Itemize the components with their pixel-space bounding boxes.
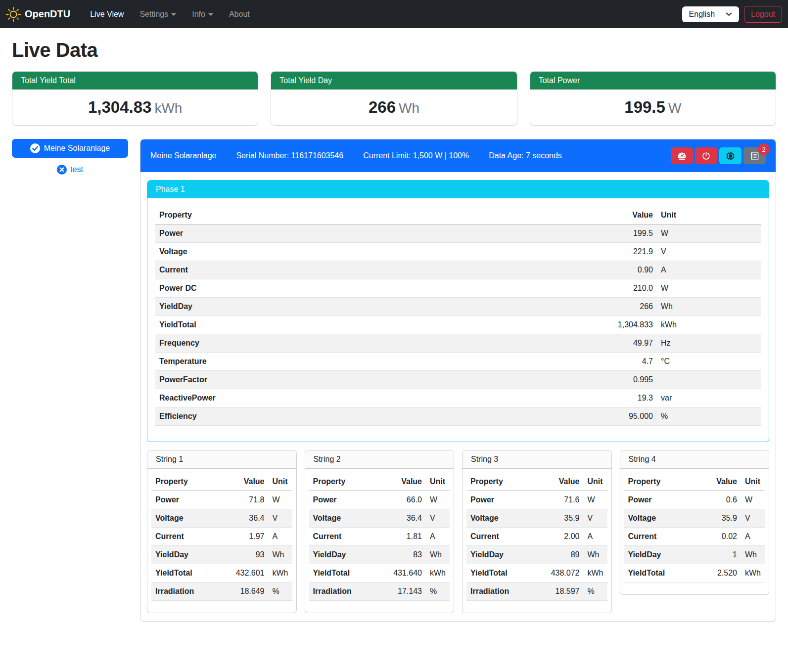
table-row: Voltage 35.9 V bbox=[624, 509, 765, 528]
row-unit: A bbox=[741, 528, 765, 546]
chevron-down-icon bbox=[171, 13, 176, 16]
brand[interactable]: OpenDTU bbox=[6, 7, 70, 22]
table-row: Power 66.0 W bbox=[309, 491, 450, 509]
string-2-table: Property Value Unit Power 66.0 W Voltage… bbox=[309, 473, 450, 601]
inverter-serial: Serial Number: 116171603546 bbox=[236, 151, 343, 160]
row-property: Current bbox=[151, 528, 224, 546]
table-row: YieldTotal 1,304.833 kWh bbox=[155, 316, 761, 334]
row-unit: W bbox=[657, 279, 761, 298]
chevron-down-icon bbox=[208, 13, 213, 16]
card-title: Total Yield Total bbox=[12, 72, 258, 90]
row-value: 35.9 bbox=[696, 509, 741, 528]
string-1-card: String 1 Property Value Unit bbox=[147, 450, 297, 613]
column-header-unit: Unit bbox=[657, 206, 761, 224]
row-unit: Wh bbox=[426, 546, 450, 564]
row-property: YieldDay bbox=[624, 546, 697, 564]
nav-item-about[interactable]: About bbox=[223, 6, 256, 23]
row-property: Voltage bbox=[151, 509, 224, 528]
check-circle-icon bbox=[30, 143, 40, 153]
row-property: Temperature bbox=[155, 353, 456, 371]
row-value: 71.6 bbox=[539, 491, 584, 509]
device-info-button[interactable] bbox=[719, 147, 742, 164]
inverter-data-age: Data Age: 7 seconds bbox=[489, 151, 562, 160]
row-unit: V bbox=[426, 509, 450, 528]
string-4-title: String 4 bbox=[620, 450, 769, 469]
x-circle-icon bbox=[57, 165, 67, 175]
table-row: Current 2.00 A bbox=[466, 528, 607, 546]
table-row: Temperature 4.7 °C bbox=[155, 353, 761, 371]
page-title: Live Data bbox=[12, 39, 776, 61]
row-value: 18.649 bbox=[224, 582, 269, 601]
total-yield-day-value: 266 bbox=[369, 98, 396, 116]
total-power-value: 199.5 bbox=[624, 98, 665, 116]
row-unit: % bbox=[657, 407, 761, 426]
string-4-card: String 4 Property Value Unit bbox=[620, 450, 770, 595]
row-value: 36.4 bbox=[381, 509, 426, 528]
event-log-button[interactable]: 2 bbox=[743, 147, 766, 164]
row-property: Voltage bbox=[466, 509, 539, 528]
table-row: YieldTotal 431.640 kWh bbox=[309, 564, 450, 582]
language-select[interactable]: English bbox=[682, 6, 739, 22]
row-value: 93 bbox=[224, 546, 269, 564]
row-unit: Wh bbox=[741, 546, 765, 564]
row-property: ReactivePower bbox=[155, 389, 456, 407]
column-header-property: Property bbox=[151, 473, 224, 491]
phase-1-title: Phase 1 bbox=[147, 180, 769, 198]
table-row: Power 199.5 W bbox=[155, 224, 761, 243]
total-yield-total-value: 1,304.83 bbox=[88, 98, 151, 116]
nav-menu: Live View Settings Info About bbox=[84, 6, 682, 23]
row-value: 199.5 bbox=[456, 224, 657, 243]
navbar: OpenDTU Live View Settings Info About En… bbox=[0, 0, 788, 28]
row-value: 1,304.833 bbox=[456, 316, 657, 334]
row-unit: Wh bbox=[584, 546, 607, 564]
row-unit: var bbox=[657, 389, 761, 407]
logout-button[interactable]: Logout bbox=[744, 6, 782, 23]
row-value: 221.9 bbox=[456, 243, 657, 261]
column-header-property: Property bbox=[624, 473, 697, 491]
nav-item-live-view[interactable]: Live View bbox=[84, 6, 130, 23]
row-property: Power bbox=[309, 491, 382, 509]
limit-settings-button[interactable] bbox=[671, 147, 693, 164]
row-value: 95.000 bbox=[456, 407, 657, 426]
row-value: 36.4 bbox=[224, 509, 269, 528]
column-header-property: Property bbox=[466, 473, 539, 491]
nav-item-settings[interactable]: Settings bbox=[134, 6, 182, 23]
table-row: Irradiation 18.649 % bbox=[151, 582, 292, 601]
row-value: 0.90 bbox=[456, 261, 657, 279]
row-unit: A bbox=[657, 261, 761, 279]
row-unit: A bbox=[426, 528, 450, 546]
row-unit: kWh bbox=[741, 564, 765, 582]
row-value: 1.81 bbox=[381, 528, 426, 546]
row-value: 0.02 bbox=[696, 528, 741, 546]
inverter-item-test[interactable]: test bbox=[12, 165, 128, 175]
row-property: YieldDay bbox=[309, 546, 382, 564]
row-value: 17.143 bbox=[381, 582, 426, 601]
power-icon bbox=[701, 151, 711, 161]
table-row: Irradiation 17.143 % bbox=[309, 582, 450, 601]
brand-label: OpenDTU bbox=[25, 8, 70, 20]
journal-icon bbox=[750, 151, 759, 161]
column-header-value: Value bbox=[381, 473, 426, 491]
table-row: YieldDay 83 Wh bbox=[309, 546, 450, 564]
inverter-card: Meine Solaranlage Serial Number: 1161716… bbox=[140, 139, 776, 622]
row-property: Frequency bbox=[155, 334, 456, 353]
row-property: YieldTotal bbox=[624, 564, 697, 582]
row-value: 2.00 bbox=[539, 528, 584, 546]
row-property: Current bbox=[155, 261, 456, 279]
table-row: YieldDay 266 Wh bbox=[155, 298, 761, 316]
table-row: ReactivePower 19.3 var bbox=[155, 389, 761, 407]
row-unit: % bbox=[269, 582, 292, 601]
inverter-button-selected[interactable]: Meine Solaranlage bbox=[12, 139, 128, 158]
row-unit: A bbox=[584, 528, 607, 546]
row-unit: kWh bbox=[584, 564, 607, 582]
table-row: Power DC 210.0 W bbox=[155, 279, 761, 298]
column-header-unit: Unit bbox=[584, 473, 607, 491]
column-header-unit: Unit bbox=[269, 473, 292, 491]
table-row: YieldTotal 438.072 kWh bbox=[466, 564, 607, 582]
card-title: Total Power bbox=[530, 72, 776, 90]
table-row: Current 0.02 A bbox=[624, 528, 765, 546]
nav-item-info[interactable]: Info bbox=[186, 6, 219, 23]
column-header-value: Value bbox=[696, 473, 741, 491]
inverter-item-label: test bbox=[70, 165, 83, 174]
power-button[interactable] bbox=[695, 147, 717, 164]
